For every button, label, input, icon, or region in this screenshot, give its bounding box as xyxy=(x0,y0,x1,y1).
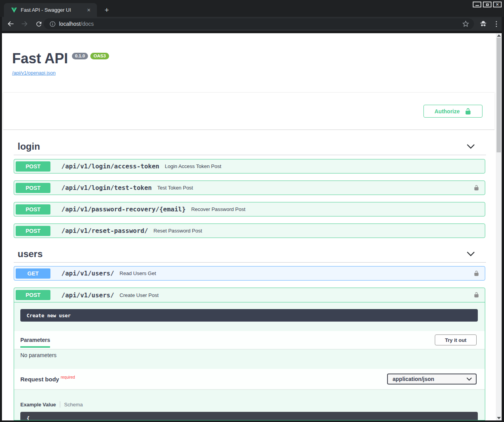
bookmark-star-icon[interactable] xyxy=(461,20,470,28)
api-info: Fast API 0.1.0 OAS3 /api/v1/openapi.json xyxy=(12,50,109,76)
scroll-down-arrow-icon[interactable] xyxy=(497,417,501,419)
browser-toolbar: localhost/docs xyxy=(2,17,502,31)
endpoint-summary: Recover Password Post xyxy=(191,206,485,212)
code-first-line: { xyxy=(27,415,30,420)
try-it-out-button[interactable]: Try it out xyxy=(435,334,477,345)
maximize-button[interactable] xyxy=(483,2,491,7)
media-type-select[interactable]: application/json xyxy=(387,374,477,384)
method-badge: GET xyxy=(16,268,50,279)
unlocked-padlock-icon xyxy=(465,108,472,115)
back-icon xyxy=(7,20,14,28)
endpoint-row[interactable]: POST /api/v1/password-recovery/{email} R… xyxy=(14,202,485,216)
required-label: required xyxy=(61,375,75,379)
section-header-login[interactable]: login xyxy=(14,138,486,155)
forward-button[interactable] xyxy=(19,18,30,29)
operation-description: Create new user xyxy=(20,309,478,322)
unlocked-padlock-icon xyxy=(474,270,479,277)
authorize-label: Authorize xyxy=(434,108,460,114)
description-text: Create new user xyxy=(20,313,71,318)
section-title: login xyxy=(14,141,40,152)
endpoint-row[interactable]: GET /api/v1/users/ Read Users Get xyxy=(14,266,485,281)
method-badge: POST xyxy=(16,290,50,300)
close-button[interactable]: ✕ xyxy=(493,2,502,7)
browser-titlebar: Fast API - Swagger UI ✕ + ✕ xyxy=(0,0,504,17)
method-badge: POST xyxy=(16,183,50,193)
reload-button[interactable] xyxy=(33,18,44,29)
auth-lock-button[interactable] xyxy=(474,291,479,299)
url-path: /docs xyxy=(81,21,93,27)
section-header-users[interactable]: users xyxy=(14,245,486,263)
site-info-icon[interactable] xyxy=(49,21,56,27)
example-schema-tabs: Example Value Schema xyxy=(20,401,83,408)
page-scrollbar[interactable] xyxy=(496,33,502,420)
endpoint-path: /api/v1/login/test-token xyxy=(61,184,152,191)
page-title: Fast API xyxy=(12,50,68,67)
reload-icon xyxy=(35,20,43,28)
media-type-value: application/json xyxy=(388,376,466,382)
address-bar[interactable]: localhost/docs xyxy=(44,18,474,29)
auth-lock-button[interactable] xyxy=(474,184,479,192)
example-code-block: { xyxy=(20,412,478,420)
incognito-icon xyxy=(477,18,489,30)
openapi-spec-link[interactable]: /api/v1/openapi.json xyxy=(12,70,109,76)
new-tab-button[interactable]: + xyxy=(102,5,112,15)
endpoint-path: /api/v1/users/ xyxy=(61,270,114,277)
minimize-icon xyxy=(475,5,479,6)
expanded-operation: POST /api/v1/users/ Create User Post Cre… xyxy=(14,288,485,420)
endpoint-path: /api/v1/login/access-token xyxy=(61,163,159,170)
endpoint-row[interactable]: POST /api/v1/login/test-token Test Token… xyxy=(14,181,485,195)
scroll-up-arrow-icon[interactable] xyxy=(497,34,501,37)
auth-lock-button[interactable] xyxy=(474,270,479,277)
authorize-button[interactable]: Authorize xyxy=(423,105,482,118)
tab-example-value[interactable]: Example Value xyxy=(20,402,56,408)
scrollbar-thumb[interactable] xyxy=(497,38,501,152)
no-parameters-text: No parameters xyxy=(20,352,57,358)
maximize-icon xyxy=(486,4,489,6)
tab-close-icon[interactable]: ✕ xyxy=(84,7,93,14)
browser-menu-button[interactable] xyxy=(491,19,501,29)
method-badge: POST xyxy=(16,204,50,215)
endpoint-summary: Reset Password Post xyxy=(154,228,485,234)
close-icon: ✕ xyxy=(496,3,499,7)
endpoint-summary: Test Token Post xyxy=(157,185,474,191)
scheme-container: Authorize xyxy=(3,93,495,129)
browser-tab[interactable]: Fast API - Swagger UI ✕ xyxy=(4,3,97,17)
chevron-down-icon xyxy=(466,251,475,257)
method-badge: POST xyxy=(16,226,50,236)
unlocked-padlock-icon xyxy=(474,184,479,191)
forward-icon xyxy=(21,20,29,28)
request-body-label: Request body xyxy=(20,376,59,383)
tab-schema[interactable]: Schema xyxy=(64,402,83,408)
tab-separator xyxy=(60,401,60,408)
window-controls: ✕ xyxy=(473,2,502,7)
endpoint-path: /api/v1/reset-password/ xyxy=(61,227,148,234)
parameters-header: Parameters Try it out xyxy=(14,331,485,349)
oas3-badge: OAS3 xyxy=(90,53,109,59)
endpoint-path: /api/v1/password-recovery/{email} xyxy=(61,206,186,213)
browser-window: Fast API - Swagger UI ✕ + ✕ localhost/do… xyxy=(0,0,504,422)
version-badge: 0.1.0 xyxy=(72,53,88,59)
chevron-down-icon xyxy=(466,377,472,381)
minimize-button[interactable] xyxy=(473,2,481,7)
endpoint-row[interactable]: POST /api/v1/login/access-token Login Ac… xyxy=(14,159,485,173)
endpoint-summary: Login Access Token Post xyxy=(165,163,485,169)
chevron-down-icon xyxy=(466,144,475,149)
request-body-header: Request body required application/json xyxy=(14,369,485,389)
endpoint-summary: Create User Post xyxy=(120,292,474,298)
tab-title: Fast API - Swagger UI xyxy=(21,7,84,13)
unlocked-padlock-icon xyxy=(474,291,479,299)
favicon-icon xyxy=(11,7,17,13)
endpoint-summary: Read Users Get xyxy=(120,270,474,276)
endpoint-row[interactable]: POST /api/v1/reset-password/ Reset Passw… xyxy=(14,224,485,238)
parameters-tab: Parameters xyxy=(20,332,50,348)
endpoint-row[interactable]: POST /api/v1/users/ Create User Post xyxy=(14,288,485,302)
swagger-page: Fast API 0.1.0 OAS3 /api/v1/openapi.json… xyxy=(2,33,502,420)
url-host: localhost xyxy=(59,21,81,27)
section-title: users xyxy=(14,249,43,259)
method-badge: POST xyxy=(16,161,50,172)
back-button[interactable] xyxy=(5,18,16,29)
endpoint-path: /api/v1/users/ xyxy=(61,291,114,299)
